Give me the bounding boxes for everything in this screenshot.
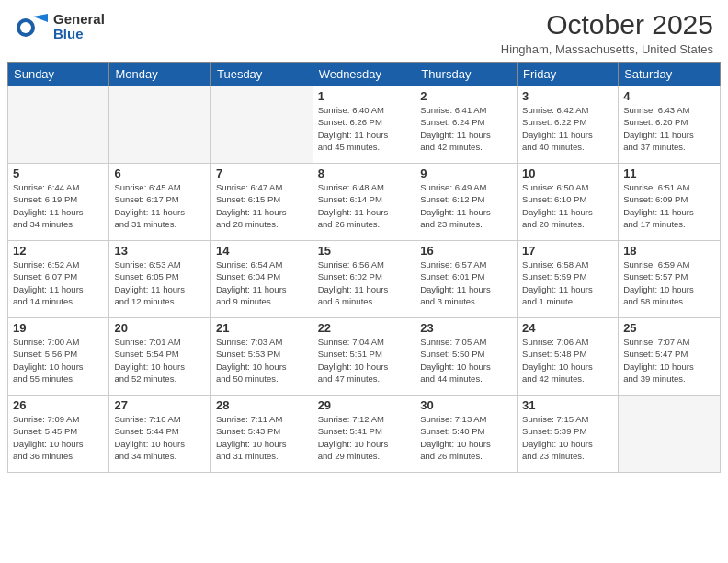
logo-graphic [15, 9, 50, 44]
day-info: Sunrise: 6:42 AM Sunset: 6:22 PM Dayligh… [522, 104, 613, 153]
calendar-cell: 6Sunrise: 6:45 AM Sunset: 6:17 PM Daylig… [109, 164, 211, 241]
calendar-cell: 15Sunrise: 6:56 AM Sunset: 6:02 PM Dayli… [313, 241, 415, 318]
day-info: Sunrise: 7:10 AM Sunset: 5:44 PM Dayligh… [114, 413, 206, 462]
day-number: 1 [318, 89, 411, 103]
logo-general: General [53, 11, 105, 27]
calendar-cell: 13Sunrise: 6:53 AM Sunset: 6:05 PM Dayli… [109, 241, 211, 318]
day-number: 2 [420, 89, 512, 103]
day-number: 4 [623, 89, 715, 103]
calendar-cell: 18Sunrise: 6:59 AM Sunset: 5:57 PM Dayli… [619, 241, 721, 318]
day-number: 21 [216, 321, 308, 335]
header-saturday: Saturday [619, 63, 721, 86]
calendar-cell: 12Sunrise: 6:52 AM Sunset: 6:07 PM Dayli… [8, 241, 109, 318]
calendar-cell [210, 86, 313, 164]
day-info: Sunrise: 6:54 AM Sunset: 6:04 PM Dayligh… [216, 259, 308, 307]
day-number: 16 [420, 244, 512, 258]
day-info: Sunrise: 7:03 AM Sunset: 5:53 PM Dayligh… [216, 336, 308, 385]
day-number: 20 [114, 321, 206, 335]
calendar-cell: 11Sunrise: 6:51 AM Sunset: 6:09 PM Dayli… [619, 164, 721, 241]
day-info: Sunrise: 7:13 AM Sunset: 5:40 PM Dayligh… [420, 413, 512, 462]
day-info: Sunrise: 7:09 AM Sunset: 5:45 PM Dayligh… [13, 413, 104, 462]
svg-point-1 [20, 22, 31, 33]
day-number: 14 [216, 244, 308, 258]
calendar-cell [8, 86, 109, 164]
day-number: 22 [318, 321, 411, 335]
header: General Blue October 2025 Hingham, Massa… [0, 0, 728, 62]
calendar-cell [619, 396, 721, 473]
calendar-cell: 1Sunrise: 6:40 AM Sunset: 6:26 PM Daylig… [313, 86, 415, 164]
day-number: 26 [13, 398, 104, 412]
day-number: 30 [420, 398, 512, 412]
day-number: 6 [114, 167, 206, 180]
calendar: Sunday Monday Tuesday Wednesday Thursday… [7, 62, 721, 473]
calendar-cell: 10Sunrise: 6:50 AM Sunset: 6:10 PM Dayli… [518, 164, 619, 241]
calendar-cell: 20Sunrise: 7:01 AM Sunset: 5:54 PM Dayli… [109, 318, 211, 396]
logo-blue: Blue [53, 26, 84, 41]
day-number: 9 [420, 167, 512, 180]
header-wednesday: Wednesday [313, 63, 415, 86]
day-info: Sunrise: 6:44 AM Sunset: 6:19 PM Dayligh… [13, 181, 104, 230]
logo: General Blue [15, 9, 105, 44]
day-number: 28 [216, 398, 308, 412]
calendar-cell: 5Sunrise: 6:44 AM Sunset: 6:19 PM Daylig… [8, 164, 109, 241]
calendar-cell: 25Sunrise: 7:07 AM Sunset: 5:47 PM Dayli… [619, 318, 721, 396]
day-number: 19 [13, 321, 104, 335]
day-info: Sunrise: 6:57 AM Sunset: 6:01 PM Dayligh… [420, 259, 512, 307]
day-number: 13 [114, 244, 206, 258]
location: Hingham, Massachusetts, United States [501, 42, 713, 56]
day-number: 7 [216, 167, 308, 180]
day-number: 23 [420, 321, 512, 335]
header-thursday: Thursday [415, 63, 518, 86]
calendar-cell: 30Sunrise: 7:13 AM Sunset: 5:40 PM Dayli… [415, 396, 518, 473]
calendar-cell: 29Sunrise: 7:12 AM Sunset: 5:41 PM Dayli… [313, 396, 415, 473]
calendar-cell: 8Sunrise: 6:48 AM Sunset: 6:14 PM Daylig… [313, 164, 415, 241]
calendar-cell [109, 86, 211, 164]
calendar-cell: 31Sunrise: 7:15 AM Sunset: 5:39 PM Dayli… [518, 396, 619, 473]
day-info: Sunrise: 7:11 AM Sunset: 5:43 PM Dayligh… [216, 413, 308, 462]
day-number: 25 [623, 321, 715, 335]
day-number: 18 [623, 244, 715, 258]
day-info: Sunrise: 7:05 AM Sunset: 5:50 PM Dayligh… [420, 336, 512, 385]
day-info: Sunrise: 7:15 AM Sunset: 5:39 PM Dayligh… [522, 413, 613, 462]
logo-text: General Blue [53, 12, 105, 42]
header-tuesday: Tuesday [210, 63, 313, 86]
day-info: Sunrise: 6:48 AM Sunset: 6:14 PM Dayligh… [318, 181, 411, 230]
day-number: 11 [623, 167, 715, 180]
day-number: 8 [318, 167, 411, 180]
svg-marker-2 [33, 14, 48, 22]
week-row-5: 26Sunrise: 7:09 AM Sunset: 5:45 PM Dayli… [8, 396, 721, 473]
day-number: 15 [318, 244, 411, 258]
calendar-cell: 16Sunrise: 6:57 AM Sunset: 6:01 PM Dayli… [415, 241, 518, 318]
day-info: Sunrise: 7:04 AM Sunset: 5:51 PM Dayligh… [318, 336, 411, 385]
day-info: Sunrise: 7:12 AM Sunset: 5:41 PM Dayligh… [318, 413, 411, 462]
week-row-4: 19Sunrise: 7:00 AM Sunset: 5:56 PM Dayli… [8, 318, 721, 396]
week-row-1: 1Sunrise: 6:40 AM Sunset: 6:26 PM Daylig… [8, 86, 721, 164]
calendar-cell: 19Sunrise: 7:00 AM Sunset: 5:56 PM Dayli… [8, 318, 109, 396]
header-friday: Friday [518, 63, 619, 86]
day-number: 12 [13, 244, 104, 258]
day-headers: Sunday Monday Tuesday Wednesday Thursday… [8, 63, 721, 86]
day-info: Sunrise: 6:58 AM Sunset: 5:59 PM Dayligh… [522, 259, 613, 307]
calendar-wrapper: Sunday Monday Tuesday Wednesday Thursday… [0, 62, 728, 478]
calendar-cell: 2Sunrise: 6:41 AM Sunset: 6:24 PM Daylig… [415, 86, 518, 164]
calendar-cell: 27Sunrise: 7:10 AM Sunset: 5:44 PM Dayli… [109, 396, 211, 473]
day-info: Sunrise: 7:07 AM Sunset: 5:47 PM Dayligh… [623, 336, 715, 385]
calendar-cell: 22Sunrise: 7:04 AM Sunset: 5:51 PM Dayli… [313, 318, 415, 396]
day-number: 27 [114, 398, 206, 412]
week-row-2: 5Sunrise: 6:44 AM Sunset: 6:19 PM Daylig… [8, 164, 721, 241]
calendar-cell: 26Sunrise: 7:09 AM Sunset: 5:45 PM Dayli… [8, 396, 109, 473]
day-number: 17 [522, 244, 613, 258]
day-info: Sunrise: 6:49 AM Sunset: 6:12 PM Dayligh… [420, 181, 512, 230]
day-number: 29 [318, 398, 411, 412]
day-info: Sunrise: 6:51 AM Sunset: 6:09 PM Dayligh… [623, 181, 715, 230]
month-title: October 2025 [501, 9, 713, 40]
day-info: Sunrise: 6:41 AM Sunset: 6:24 PM Dayligh… [420, 104, 512, 153]
day-info: Sunrise: 7:01 AM Sunset: 5:54 PM Dayligh… [114, 336, 206, 385]
day-number: 5 [13, 167, 104, 180]
title-section: October 2025 Hingham, Massachusetts, Uni… [501, 9, 713, 56]
day-info: Sunrise: 7:00 AM Sunset: 5:56 PM Dayligh… [13, 336, 104, 385]
header-monday: Monday [109, 63, 211, 86]
day-info: Sunrise: 6:52 AM Sunset: 6:07 PM Dayligh… [13, 259, 104, 307]
calendar-cell: 28Sunrise: 7:11 AM Sunset: 5:43 PM Dayli… [210, 396, 313, 473]
calendar-cell: 21Sunrise: 7:03 AM Sunset: 5:53 PM Dayli… [210, 318, 313, 396]
